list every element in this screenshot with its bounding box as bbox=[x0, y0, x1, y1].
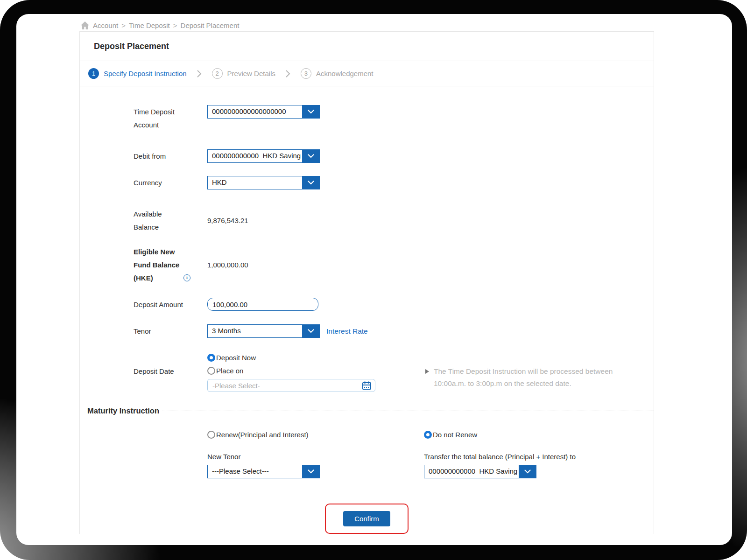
field-deposit-date: Deposit Date Deposit Now Place on bbox=[80, 351, 654, 392]
note-line1: The Time Deposit Instruction will be pro… bbox=[434, 367, 613, 375]
step-label: Specify Deposit Instruction bbox=[104, 70, 187, 77]
currency-label: Currency bbox=[134, 176, 207, 189]
place-on-date-input[interactable] bbox=[207, 379, 375, 392]
page-title: Deposit Placement bbox=[80, 32, 654, 61]
available-balance-label: Available Balance bbox=[134, 208, 183, 234]
radio-unselected-icon[interactable] bbox=[207, 431, 215, 439]
eligible-new-fund-balance-label: Eligible New Fund Balance (HKE) bbox=[134, 245, 183, 285]
radio-unselected-icon[interactable] bbox=[207, 367, 215, 375]
field-tenor: Tenor 3 Months Interest Rate bbox=[80, 324, 654, 338]
step-acknowledgement: 3 Acknowledgement bbox=[301, 68, 374, 79]
processing-time-note: The Time Deposit Instruction will be pro… bbox=[425, 351, 631, 392]
eligible-new-fund-balance-value: 1,000,000.00 bbox=[207, 259, 248, 272]
field-available-balance: Available Balance 9,876,543.21 bbox=[80, 207, 654, 234]
currency-select[interactable]: HKD bbox=[207, 176, 320, 189]
chevron-down-icon[interactable] bbox=[302, 465, 319, 478]
chevron-right-icon bbox=[286, 70, 290, 77]
chevron-down-icon[interactable] bbox=[302, 105, 319, 118]
field-deposit-amount: Deposit Amount bbox=[80, 298, 654, 311]
breadcrumb-separator: > bbox=[121, 21, 126, 29]
radio-label: Do not Renew bbox=[433, 431, 477, 439]
maturity-instruction-section: Maturity Instruction bbox=[80, 406, 654, 415]
selected-value: 000000000000 HKD Saving bbox=[424, 465, 519, 478]
radio-selected-icon[interactable] bbox=[207, 354, 215, 362]
field-eligible-new-fund-balance: Eligible New Fund Balance (HKE)i 1,000,0… bbox=[80, 245, 654, 285]
breadcrumb-account[interactable]: Account bbox=[93, 21, 118, 29]
radio-do-not-renew[interactable]: Do not Renew bbox=[424, 428, 654, 441]
step-number-badge: 3 bbox=[301, 68, 311, 79]
radio-place-on[interactable]: Place on bbox=[207, 364, 375, 377]
deposit-amount-input[interactable] bbox=[207, 298, 318, 311]
available-balance-value: 9,876,543.21 bbox=[207, 214, 248, 227]
radio-renew[interactable]: Renew(Principal and Interest) bbox=[207, 428, 424, 441]
app-screen: Account > Time Deposit > Deposit Placeme… bbox=[16, 14, 732, 545]
step-label: Preview Details bbox=[227, 70, 275, 77]
calendar-icon[interactable] bbox=[362, 381, 372, 392]
transfer-account-select[interactable]: 000000000000 HKD Saving bbox=[424, 465, 536, 478]
info-icon[interactable]: i bbox=[183, 274, 190, 281]
chevron-down-icon[interactable] bbox=[302, 325, 319, 337]
confirm-highlight-annotation: Confirm bbox=[325, 504, 409, 534]
selected-value: 3 Months bbox=[208, 325, 302, 337]
tenor-label: Tenor bbox=[134, 324, 207, 338]
chevron-down-icon[interactable] bbox=[302, 176, 319, 189]
step-specify-deposit-instruction: 1 Specify Deposit Instruction bbox=[88, 68, 187, 79]
chevron-down-icon[interactable] bbox=[519, 465, 536, 478]
chevron-right-icon bbox=[197, 70, 202, 77]
field-time-deposit-account: Time Deposit Account 0000000000000000000 bbox=[80, 105, 654, 132]
selected-value: 000000000000 HKD Saving bbox=[208, 150, 302, 162]
breadcrumb-deposit-placement: Deposit Placement bbox=[181, 21, 240, 29]
debit-from-label: Debit from bbox=[134, 149, 207, 163]
chevron-down-icon[interactable] bbox=[302, 150, 319, 162]
breadcrumb: Account > Time Deposit > Deposit Placeme… bbox=[79, 20, 654, 31]
selected-value: ---Please Select--- bbox=[208, 465, 302, 478]
selected-value: 0000000000000000000 bbox=[208, 105, 302, 118]
breadcrumb-separator: > bbox=[173, 21, 177, 29]
confirm-button[interactable]: Confirm bbox=[343, 511, 390, 526]
main-panel: Deposit Placement 1 Specify Deposit Inst… bbox=[79, 31, 654, 534]
debit-from-select[interactable]: 000000000000 HKD Saving bbox=[207, 149, 320, 163]
time-deposit-account-label: Time Deposit Account bbox=[134, 105, 183, 132]
step-preview-details: 2 Preview Details bbox=[212, 68, 275, 79]
step-number-badge: 1 bbox=[88, 68, 99, 79]
step-number-badge: 2 bbox=[212, 68, 223, 79]
progress-stepper: 1 Specify Deposit Instruction 2 Preview … bbox=[80, 61, 654, 86]
radio-label: Deposit Now bbox=[216, 354, 256, 362]
maturity-instruction-title: Maturity Instruction bbox=[87, 406, 159, 415]
breadcrumb-time-deposit[interactable]: Time Deposit bbox=[129, 21, 170, 29]
interest-rate-link[interactable]: Interest Rate bbox=[326, 324, 368, 338]
note-arrow-icon bbox=[425, 369, 429, 374]
deposit-amount-label: Deposit Amount bbox=[134, 298, 207, 311]
deposit-date-label: Deposit Date bbox=[134, 351, 207, 392]
note-line2: 10:00a.m. to 3:00p.m on the selected dat… bbox=[434, 379, 571, 387]
radio-label: Renew(Principal and Interest) bbox=[216, 431, 309, 439]
radio-deposit-now[interactable]: Deposit Now bbox=[207, 351, 375, 364]
step-label: Acknowledgement bbox=[316, 70, 374, 77]
field-currency: Currency HKD bbox=[80, 176, 654, 189]
time-deposit-account-select[interactable]: 0000000000000000000 bbox=[207, 105, 320, 119]
transfer-balance-label: Transfer the total balance (Principal + … bbox=[424, 453, 654, 461]
device-frame: Account > Time Deposit > Deposit Placeme… bbox=[0, 0, 747, 560]
dotted-divider bbox=[162, 411, 654, 411]
new-tenor-select[interactable]: ---Please Select--- bbox=[207, 465, 320, 478]
tenor-select[interactable]: 3 Months bbox=[207, 324, 320, 338]
new-tenor-label: New Tenor bbox=[207, 453, 424, 461]
field-debit-from: Debit from 000000000000 HKD Saving bbox=[80, 149, 654, 163]
selected-value: HKD bbox=[208, 176, 302, 189]
home-icon[interactable] bbox=[80, 21, 90, 30]
radio-label: Place on bbox=[216, 367, 243, 375]
radio-selected-icon[interactable] bbox=[424, 431, 432, 439]
